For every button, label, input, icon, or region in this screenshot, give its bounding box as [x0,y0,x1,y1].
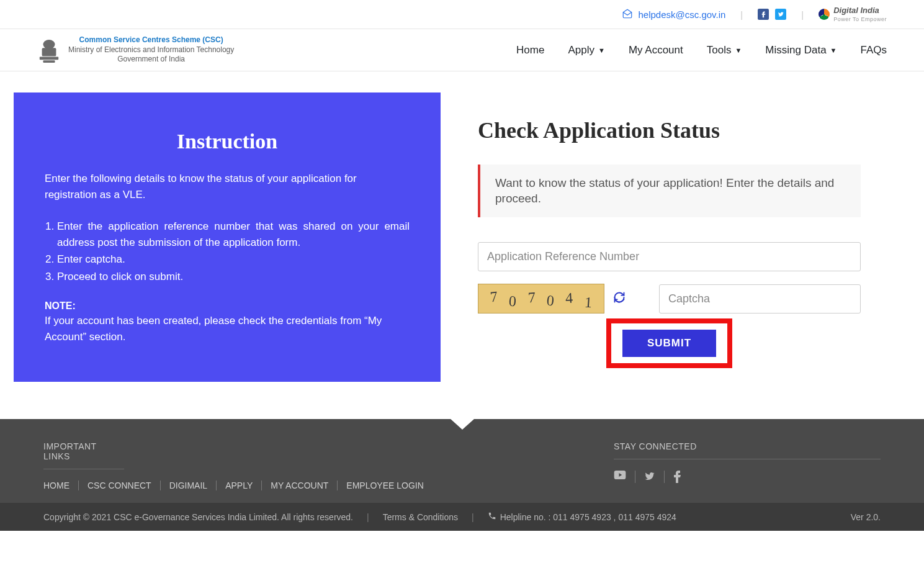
instruction-panel: Instruction Enter the following details … [14,92,441,382]
nav-apply[interactable]: Apply▼ [568,44,604,56]
submit-highlight-box: SUBMIT [606,318,732,368]
instruction-note-text: If your account has been created, please… [45,313,410,345]
instruction-step: Proceed to click on submit. [57,269,410,285]
nav-my-account[interactable]: My Account [629,44,683,56]
topbar-divider: | [740,9,743,20]
facebook-icon[interactable] [665,471,689,483]
instruction-step: Enter the application reference number t… [57,219,410,250]
bottombar-divider: | [367,512,369,522]
digital-india-logo[interactable]: Digital India Power To Empower [819,6,887,22]
top-bar: helpdesk@csc.gov.in | | Digital India Po… [0,0,924,29]
footer-connect-col: STAY CONNECTED [614,441,881,490]
footer-links-col: IMPORTANT LINKS HOME CSC CONNECT DIGIMAI… [43,441,576,490]
twitter-icon[interactable] [775,9,786,20]
footer-socials [614,471,881,483]
facebook-icon[interactable] [758,9,769,20]
footer-link-home[interactable]: HOME [43,481,79,490]
twitter-icon[interactable] [635,471,665,483]
instruction-steps: Enter the application reference number t… [45,219,410,284]
nav-home[interactable]: Home [516,44,544,56]
nav-faqs[interactable]: FAQs [860,44,887,56]
youtube-icon[interactable] [614,471,635,483]
captcha-row: 7 0 7 0 4 1 [478,284,861,314]
instruction-intro: Enter the following details to know the … [45,171,410,202]
topbar-social [758,9,786,20]
captcha-image: 7 0 7 0 4 1 [478,284,604,314]
copyright-text: Copyright © 2021 CSC e-Governance Servic… [43,512,353,522]
version-text: Ver 2.0. [851,512,881,522]
national-emblem-icon [37,37,61,65]
svg-rect-3 [42,48,56,56]
svg-rect-4 [40,57,58,60]
bottombar-divider: | [472,512,474,522]
footer-link-apply[interactable]: APPLY [217,481,262,490]
helpdesk-email-text: helpdesk@csc.gov.in [638,9,725,20]
caret-down-icon: ▼ [830,47,837,54]
digital-india-swirl-icon [819,9,830,20]
terms-link[interactable]: Terms & Conditions [383,512,458,522]
caret-down-icon: ▼ [735,47,742,54]
footer-link-my-account[interactable]: MY ACCOUNT [262,481,338,490]
captcha-refresh-icon[interactable] [613,291,626,307]
copyright-icon: © [83,512,89,522]
submit-button[interactable]: SUBMIT [622,330,716,357]
helpline: Helpline no. : 011 4975 4923 , 011 4975 … [488,512,676,522]
footer-link-employee-login[interactable]: EMPLOYEE LOGIN [338,481,432,490]
captcha-input[interactable] [659,284,861,314]
footer: IMPORTANT LINKS HOME CSC CONNECT DIGIMAI… [0,435,924,503]
footer-link-csc-connect[interactable]: CSC CONNECT [79,481,161,490]
instruction-note-label: NOTE: [45,300,410,312]
nav-tools[interactable]: Tools▼ [707,44,742,56]
brand-text: Common Service Centres Scheme (CSC) Mini… [68,35,234,65]
status-alert: Want to know the status of your applicat… [478,165,861,217]
phone-icon [488,512,496,522]
instruction-step: Enter captcha. [57,251,410,268]
svg-point-2 [43,40,55,49]
main-content: Instruction Enter the following details … [0,71,924,419]
mail-open-icon [622,8,633,21]
footer-links: HOME CSC CONNECT DIGIMAIL APPLY MY ACCOU… [43,481,576,490]
nav-missing-data[interactable]: Missing Data▼ [765,44,837,56]
main-nav: Home Apply▼ My Account Tools▼ Missing Da… [516,44,887,56]
status-heading: Check Application Status [478,117,861,143]
footer-link-digimail[interactable]: DIGIMAIL [161,481,217,490]
bottom-bar: Copyright © 2021 CSC e-Governance Servic… [0,503,924,531]
svg-rect-5 [43,60,55,63]
application-reference-input[interactable] [478,242,861,271]
instruction-heading: Instruction [45,130,410,153]
footer-connect-title: STAY CONNECTED [614,441,881,459]
header: Common Service Centres Scheme (CSC) Mini… [0,29,924,71]
digital-india-text: Digital India Power To Empower [833,6,887,22]
brand[interactable]: Common Service Centres Scheme (CSC) Mini… [37,35,234,65]
submit-wrap: SUBMIT [478,318,861,368]
footer-links-title: IMPORTANT LINKS [43,441,124,469]
topbar-divider-2: | [801,9,804,20]
helpdesk-email-link[interactable]: helpdesk@csc.gov.in [622,8,725,21]
status-panel: Check Application Status Want to know th… [478,92,910,382]
footer-notch [0,419,924,435]
caret-down-icon: ▼ [598,47,605,54]
